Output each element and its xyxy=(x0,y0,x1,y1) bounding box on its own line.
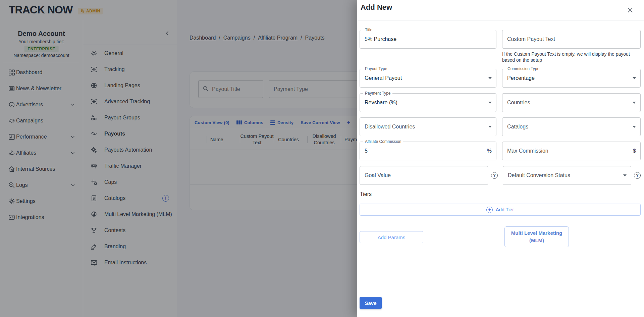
goal-value-field[interactable]: Goal Value xyxy=(360,166,488,185)
countries-placeholder: Countries xyxy=(502,100,530,106)
add-new-drawer: Add New Title 5% Purchase Custom Payout … xyxy=(357,0,644,317)
tiers-section-label: Tiers xyxy=(360,191,372,197)
custom-payout-text-placeholder: Custom Payout Text xyxy=(502,36,555,42)
disallowed-countries-placeholder: Disallowed Countries xyxy=(360,124,415,130)
dropdown-arrow-icon xyxy=(488,77,492,79)
default-conversion-status-placeholder: Default Conversion Status xyxy=(503,172,570,178)
disallowed-countries-select[interactable]: Disallowed Countries xyxy=(360,117,496,136)
help-icon[interactable]: ? xyxy=(491,172,498,179)
title-field[interactable]: Title 5% Purchase xyxy=(360,30,496,49)
dropdown-arrow-icon xyxy=(633,102,636,104)
percent-suffix: % xyxy=(487,148,492,154)
add-params-button[interactable]: Add Params xyxy=(360,231,423,243)
add-tier-label: Add Tier xyxy=(496,207,514,212)
save-button[interactable]: Save xyxy=(360,297,382,309)
catalogs-select[interactable]: Catalogs xyxy=(502,117,641,136)
plus-circle-icon: + xyxy=(486,207,493,213)
commission-type-label: Commission Type xyxy=(506,66,541,71)
payment-type-select[interactable]: Payment Type Revshare (%) xyxy=(360,93,496,112)
affiliate-commission-value: 5 xyxy=(360,148,368,154)
drawer-divider xyxy=(357,20,644,20)
add-tier-button[interactable]: + Add Tier xyxy=(360,204,641,216)
commission-type-select[interactable]: Commission Type Percentage xyxy=(502,69,641,88)
form-row-payout-type: Payout Type General Payout Commission Ty… xyxy=(360,69,641,88)
payment-type-label: Payment Type xyxy=(363,91,392,96)
dropdown-arrow-icon xyxy=(488,102,492,104)
custom-payout-text-field[interactable]: Custom Payout Text xyxy=(502,30,641,49)
max-commission-placeholder: Max Commission xyxy=(502,148,548,154)
title-field-label: Title xyxy=(363,28,374,32)
help-icon[interactable]: ? xyxy=(634,172,641,179)
form-row-goal: Goal Value ? Default Conversion Status ? xyxy=(360,166,641,185)
app: { "topbar": { "logo": "TRACK NOW", "admi… xyxy=(0,0,644,317)
default-conversion-status-select[interactable]: Default Conversion Status xyxy=(503,166,631,185)
drawer-title: Add New xyxy=(361,3,392,12)
catalogs-placeholder: Catalogs xyxy=(502,124,528,130)
payment-type-value: Revshare (%) xyxy=(360,100,397,106)
max-commission-field[interactable]: Max Commission $ xyxy=(502,142,641,160)
dropdown-arrow-icon xyxy=(633,126,636,128)
backdrop-overlay[interactable] xyxy=(0,0,357,317)
form-row-commission: Affiliate Commission 5 % Max Commission … xyxy=(360,142,641,160)
payout-type-label: Payout Type xyxy=(363,66,389,71)
mlm-button[interactable]: Multi Level Marketing (MLM) xyxy=(504,226,569,247)
dropdown-arrow-icon xyxy=(633,77,636,79)
form-row-disallowed: Disallowed Countries Catalogs xyxy=(360,117,641,136)
payout-type-value: General Payout xyxy=(360,75,402,81)
dropdown-arrow-icon xyxy=(488,126,492,128)
dropdown-arrow-icon xyxy=(623,174,627,176)
affiliate-commission-label: Affiliate Commission xyxy=(363,139,403,144)
countries-select[interactable]: Countries xyxy=(502,93,641,112)
custom-payout-helper-text: If the Custom Payout Text is empty, we w… xyxy=(502,51,640,63)
form-row-title: Title 5% Purchase Custom Payout Text xyxy=(360,30,641,49)
title-field-value: 5% Purchase xyxy=(360,36,396,42)
dollar-suffix: $ xyxy=(633,148,636,154)
close-icon[interactable] xyxy=(626,6,635,14)
payout-type-select[interactable]: Payout Type General Payout xyxy=(360,69,496,88)
form-row-payment-type: Payment Type Revshare (%) Countries xyxy=(360,93,641,112)
goal-value-placeholder: Goal Value xyxy=(360,172,391,178)
affiliate-commission-field[interactable]: Affiliate Commission 5 % xyxy=(360,142,496,160)
commission-type-value: Percentage xyxy=(502,75,535,81)
